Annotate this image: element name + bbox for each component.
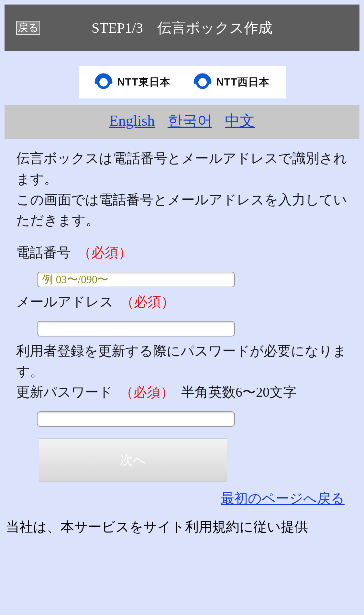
ntt-east-icon xyxy=(94,73,113,91)
lang-korean-link[interactable]: 한국어 xyxy=(168,112,212,129)
brand-ntt-west: NTT西日本 xyxy=(193,73,269,91)
phone-required: （必須） xyxy=(78,243,132,263)
intro-line-2: この画面では電話番号とメールアドレスを入力していただきます。 xyxy=(16,190,348,231)
phone-input[interactable] xyxy=(37,272,235,287)
phone-label: 電話番号 xyxy=(16,243,71,263)
language-bar: English 한국어 中文 xyxy=(5,105,359,139)
svg-point-0 xyxy=(98,77,109,88)
password-hint: 半角英数6〜20文字 xyxy=(181,382,297,403)
email-required: （必須） xyxy=(120,292,175,313)
footer-text: 当社は、本サービスをサイト利用規約に従い提供 xyxy=(6,519,308,534)
password-input[interactable] xyxy=(37,411,235,427)
brand-east-label: NTT東日本 xyxy=(117,75,170,89)
password-label: 更新パスワード xyxy=(16,382,113,403)
logo-box: NTT東日本 NTT西日本 xyxy=(79,66,286,98)
lang-chinese-link[interactable]: 中文 xyxy=(225,112,255,129)
email-label: メールアドレス xyxy=(16,292,113,313)
page-title: STEP1/3 伝言ボックス作成 xyxy=(5,18,359,38)
svg-point-1 xyxy=(197,77,208,88)
email-input[interactable] xyxy=(37,321,235,336)
intro-line-1: 伝言ボックスは電話番号とメールアドレスで識別されます。 xyxy=(16,148,348,190)
header-bar: 戻る STEP1/3 伝言ボックス作成 xyxy=(5,5,359,51)
logo-area: NTT東日本 NTT西日本 xyxy=(5,51,359,105)
next-button[interactable]: 次へ xyxy=(39,438,227,482)
brand-west-label: NTT西日本 xyxy=(216,75,269,89)
lang-english-link[interactable]: English xyxy=(109,112,155,129)
password-required: （必須） xyxy=(120,382,174,403)
brand-ntt-east: NTT東日本 xyxy=(94,73,170,91)
password-instruction: 利用者登録を更新する際にパスワードが必要になります。 xyxy=(16,341,348,382)
ntt-west-icon xyxy=(193,73,212,91)
return-top-link[interactable]: 最初のページへ戻る xyxy=(221,491,345,506)
